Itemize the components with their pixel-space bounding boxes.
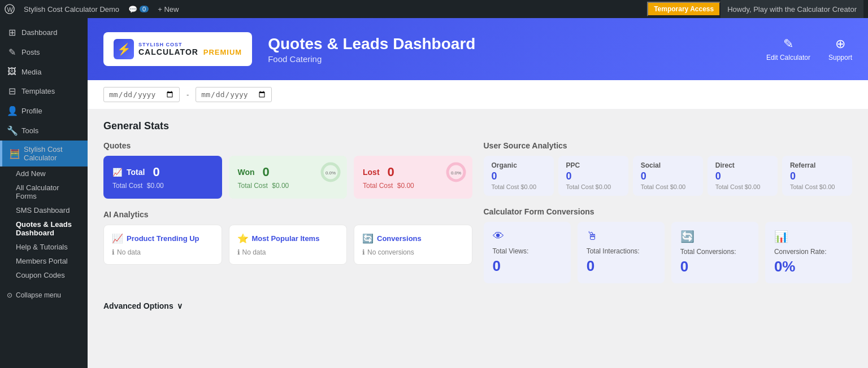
sidebar-label-stylish: Stylish Cost Calculator <box>24 145 81 162</box>
admin-bar: W Stylish Cost Calculator Demo 💬 0 + New… <box>0 0 868 18</box>
source-cards: Organic 0 Total Cost $0.00 PPC 0 Total C… <box>484 156 853 196</box>
sidebar-label-templates: Templates <box>21 87 55 95</box>
total-cost: Total Cost $0.00 <box>112 182 213 190</box>
main-layout: ⊞ Dashboard ✎ Posts 🖼 Media ⊟ Templates … <box>0 18 868 368</box>
sidebar-sub-add-new[interactable]: Add New <box>0 167 88 181</box>
views-label: Total Views: <box>493 247 529 255</box>
source-organic: Organic 0 Total Cost $0.00 <box>484 156 554 196</box>
sidebar-label-posts: Posts <box>21 48 40 56</box>
won-quote-card: Won 0 Total Cost $0.00 0.0% <box>229 156 348 199</box>
edit-icon: ✎ <box>783 37 793 51</box>
howdy-text: Howdy, Play with the Calculator Creator <box>721 0 863 18</box>
ai-popular-nodata: ℹ No data <box>237 248 339 256</box>
sidebar-sub-sms[interactable]: SMS Dashboard <box>0 203 88 217</box>
ai-conversions-header: 🔄 Conversions <box>362 233 464 244</box>
conv-total-interactions: 🖱 Total Interactions: 0 <box>578 222 665 283</box>
rate-value: 0% <box>774 258 796 275</box>
sidebar-sub-help[interactable]: Help & Tutorials <box>0 240 88 254</box>
date-from-input[interactable] <box>103 87 180 102</box>
collapse-menu-button[interactable]: ⊙ Collapse menu <box>0 287 88 304</box>
stats-layout: Quotes 📈 Total 0 Total Cost $0.00 <box>103 141 852 283</box>
views-icon: 👁 <box>493 230 504 243</box>
site-name-text: Stylish Cost Calculator Demo <box>24 5 119 14</box>
sidebar-item-media[interactable]: 🖼 Media <box>0 62 88 81</box>
stats-left: Quotes 📈 Total 0 Total Cost $0.00 <box>103 141 472 283</box>
social-cost: Total Cost $0.00 <box>641 183 695 190</box>
ai-analytics-title: AI Analytics <box>103 210 472 219</box>
sidebar-item-profile[interactable]: 👤 Profile <box>0 101 88 121</box>
rate-label: Conversion Rate: <box>774 248 827 256</box>
general-stats-title: General Stats <box>103 120 852 132</box>
header-title: Quotes & Leads Dashboard <box>268 35 766 53</box>
wp-logo[interactable]: W <box>5 4 15 14</box>
sidebar-item-posts[interactable]: ✎ Posts <box>0 42 88 62</box>
trending-up-icon: 📈 <box>112 233 123 244</box>
edit-calculator-label: Edit Calculator <box>766 54 810 62</box>
calc-icon: 🧮 <box>9 148 19 159</box>
won-value: 0 <box>263 165 270 179</box>
ai-analytics-cards: 📈 Product Trending Up ℹ No data ⭐ <box>103 225 472 265</box>
conv-total-conversions: 🔄 Total Conversions: 0 <box>671 222 758 283</box>
user-source-title: User Source Analytics <box>484 141 853 150</box>
site-name[interactable]: Stylish Cost Calculator Demo <box>24 5 119 14</box>
lost-donut: 0.0% <box>445 161 467 185</box>
sidebar-item-dashboard[interactable]: ⊞ Dashboard <box>0 23 88 42</box>
sidebar-label-profile: Profile <box>21 107 42 115</box>
source-referral: Referral 0 Total Cost $0.00 <box>782 156 852 196</box>
sidebar-label-dashboard: Dashboard <box>21 28 58 37</box>
new-label: + New <box>158 5 179 14</box>
ppc-value: 0 <box>566 170 620 182</box>
collapse-label: Collapse menu <box>16 291 61 299</box>
stats-right: User Source Analytics Organic 0 Total Co… <box>484 141 853 283</box>
interactions-value: 0 <box>587 257 594 275</box>
sidebar-sub-coupon[interactable]: Coupon Codes <box>0 268 88 282</box>
sidebar-item-stylish-calc[interactable]: 🧮 Stylish Cost Calculator <box>0 141 88 167</box>
sidebar-sub-all-forms[interactable]: All Calculator Forms <box>0 181 88 203</box>
ai-popular-header: ⭐ Most Popular Items <box>237 233 339 244</box>
info-icon-conv: ℹ <box>362 248 365 256</box>
source-direct: Direct 0 Total Cost $0.00 <box>708 156 778 196</box>
referral-label: Referral <box>790 161 844 169</box>
organic-label: Organic <box>492 161 546 169</box>
sidebar-sub-quotes-leads[interactable]: Quotes & Leads Dashboard <box>0 217 88 240</box>
won-label: Won <box>238 168 255 177</box>
info-icon-popular: ℹ <box>237 248 240 256</box>
lost-value: 0 <box>388 165 394 179</box>
date-to-input[interactable] <box>196 87 272 102</box>
support-button[interactable]: ⊕ Support <box>828 37 852 62</box>
ppc-cost: Total Cost $0.00 <box>566 183 620 190</box>
edit-calculator-button[interactable]: ✎ Edit Calculator <box>766 37 810 62</box>
adminbar-right: Temporary Access Howdy, Play with the Ca… <box>647 0 863 18</box>
sidebar-sub-members[interactable]: Members Portal <box>0 254 88 268</box>
support-label: Support <box>828 54 852 62</box>
won-donut: 0.0% <box>320 161 341 185</box>
total-conv-icon: 🔄 <box>680 230 695 243</box>
sidebar-label-tools: Tools <box>21 126 38 135</box>
header-logo: ⚡ STYLISH COST CALCULATOR PREMIUM <box>103 32 252 66</box>
total-conv-value: 0 <box>680 258 688 275</box>
content-inner: General Stats Quotes 📈 Total 0 <box>88 109 868 326</box>
ai-trending-nodata: ℹ No data <box>112 248 214 256</box>
star-icon: ⭐ <box>237 233 249 244</box>
total-quote-card: 📈 Total 0 Total Cost $0.00 <box>103 156 222 199</box>
header-subtitle: Food Catering <box>268 54 766 64</box>
dashboard-icon: ⊞ <box>7 27 17 38</box>
social-label: Social <box>641 161 695 169</box>
advanced-options-label: Advanced Options <box>103 301 173 310</box>
temp-access-button[interactable]: Temporary Access <box>647 2 721 16</box>
posts-icon: ✎ <box>7 47 17 58</box>
advanced-options-toggle[interactable]: Advanced Options ∨ <box>103 297 852 315</box>
comments-item[interactable]: 💬 0 <box>128 5 149 14</box>
sidebar-item-tools[interactable]: 🔧 Tools <box>0 121 88 141</box>
ai-conversions-nodata: ℹ No conversions <box>362 248 464 256</box>
logo-text: STYLISH COST CALCULATOR PREMIUM <box>138 42 242 56</box>
sidebar-label-media: Media <box>21 68 41 76</box>
ppc-label: PPC <box>566 161 620 169</box>
wordpress-icon: W <box>5 4 15 14</box>
new-item[interactable]: + New <box>158 5 179 14</box>
rate-icon: 📊 <box>774 230 788 243</box>
ai-trending-header: 📈 Product Trending Up <box>112 233 214 244</box>
header-actions: ✎ Edit Calculator ⊕ Support <box>766 37 852 62</box>
sidebar-item-templates[interactable]: ⊟ Templates <box>0 81 88 101</box>
conversions-icon: 🔄 <box>362 233 374 244</box>
